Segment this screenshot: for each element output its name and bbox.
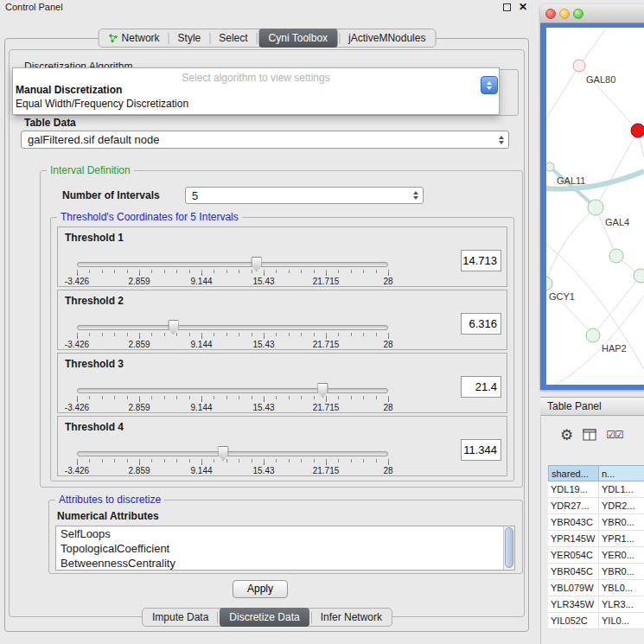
threshold-value-input[interactable] <box>461 376 501 398</box>
table-cell[interactable]: YDL19... <box>548 481 599 497</box>
table-cell[interactable]: YDL1... <box>599 481 644 497</box>
network-node[interactable] <box>546 163 554 171</box>
threshold-row: Threshold 2-3.4262.8599.14415.4321.71528 <box>57 290 507 350</box>
table-cell[interactable]: YDR2... <box>599 498 644 513</box>
algorithm-option-equal-width[interactable]: Equal Width/Frequency Discretization <box>13 97 499 111</box>
mac-zoom-icon[interactable] <box>573 9 583 19</box>
table-row[interactable]: YER054CYER0... <box>548 547 644 564</box>
table-cell[interactable]: YBR045C <box>548 564 599 579</box>
network-node[interactable] <box>546 277 552 290</box>
slider-track[interactable] <box>77 262 388 267</box>
node-table[interactable]: shared... n... YDL19...YDL1...YDR27...YD… <box>548 465 644 644</box>
table-cell[interactable]: YLR345W <box>548 596 599 612</box>
table-row[interactable]: YLR345WYLR3... <box>548 596 644 613</box>
threshold-slider[interactable]: -3.4262.8599.14415.4321.71528 <box>77 322 388 349</box>
algorithm-option-manual[interactable]: Manual Discretization <box>13 83 499 97</box>
threshold-value-input[interactable] <box>461 439 501 461</box>
table-cell[interactable]: YBR043C <box>548 514 599 530</box>
network-edge[interactable] <box>546 207 596 284</box>
stepper-down-icon <box>487 86 492 90</box>
tab-label: Infer Network <box>321 611 382 623</box>
network-canvas[interactable]: GAL80GAL11GAL4GCY1HAP2 <box>546 28 644 385</box>
apply-button[interactable]: Apply <box>233 580 288 598</box>
tab-jactivemnodules[interactable]: jActiveMNodules <box>341 29 432 47</box>
list-scrollbar[interactable] <box>503 526 514 570</box>
table-cell[interactable]: YER0... <box>599 547 644 563</box>
table-cell[interactable]: YPR1... <box>599 531 644 546</box>
number-of-intervals-value: 5 <box>192 189 198 202</box>
number-of-intervals-combobox[interactable]: 5 <box>185 187 424 204</box>
network-node[interactable] <box>634 269 644 283</box>
numerical-attributes-list[interactable]: SelfLoopsTopologicalCoefficientBetweenne… <box>55 526 515 571</box>
network-node[interactable] <box>631 124 644 137</box>
network-node[interactable] <box>609 249 623 263</box>
network-edge[interactable] <box>546 244 644 369</box>
algorithm-combobox-stepper[interactable] <box>481 76 498 94</box>
columns-icon[interactable] <box>583 429 596 441</box>
threshold-slider[interactable]: -3.4262.8599.14415.4321.71528 <box>77 258 388 286</box>
network-edge[interactable] <box>596 131 638 207</box>
table-row[interactable]: YBR045CYBR0... <box>548 564 644 580</box>
tick-label: 9.144 <box>190 466 212 475</box>
table-cell[interactable]: YIL0... <box>599 613 644 628</box>
tab-discretize-data[interactable]: Discretize Data <box>220 608 309 627</box>
threshold-slider[interactable]: -3.4262.8599.14415.4321.71528 <box>77 385 388 412</box>
threshold-slider[interactable]: -3.4262.8599.14415.4321.71528 <box>77 448 388 475</box>
table-data-combobox[interactable]: galFiltered.sif default node <box>21 131 509 149</box>
network-window-titlebar[interactable] <box>540 4 644 23</box>
tab-style[interactable]: Style <box>171 29 208 47</box>
tab-select[interactable]: Select <box>212 29 254 47</box>
table-cell[interactable]: YBR0... <box>599 564 644 579</box>
table-cell[interactable]: YPR145W <box>548 531 599 546</box>
threshold-value-input[interactable] <box>461 313 501 335</box>
slider-track[interactable] <box>77 388 388 393</box>
network-node[interactable] <box>586 328 600 342</box>
network-node[interactable] <box>573 60 585 72</box>
table-cell[interactable]: YBL079W <box>548 580 599 596</box>
attribute-item[interactable]: BetweennessCentrality <box>56 556 514 571</box>
tab-network[interactable]: Network <box>102 29 167 47</box>
table-cell[interactable]: YER054C <box>548 547 599 563</box>
table-cell[interactable]: YLR3... <box>599 596 644 612</box>
table-row[interactable]: YPR145WYPR1... <box>548 531 644 547</box>
table-row[interactable]: YBL079WYBL0... <box>548 580 644 596</box>
network-edge[interactable] <box>546 66 579 118</box>
scrollbar-thumb[interactable] <box>505 527 513 568</box>
table-cell[interactable]: YBL0... <box>599 580 644 596</box>
gear-icon[interactable]: ⚙ <box>560 428 573 443</box>
threshold-value-input[interactable] <box>461 250 501 271</box>
tick-label: 9.144 <box>190 340 212 349</box>
tab-cyni-toolbox[interactable]: Cyni Toolbox <box>259 29 337 48</box>
tick-label: 2.859 <box>128 340 150 349</box>
slider-tick-labels: -3.4262.8599.14415.4321.71528 <box>77 403 388 413</box>
tab-impute-data[interactable]: Impute Data <box>145 609 215 626</box>
attribute-item[interactable]: SelfLoops <box>56 526 514 541</box>
table-cell[interactable]: YIL052C <box>548 613 599 628</box>
tab-infer-network[interactable]: Infer Network <box>314 609 389 626</box>
table-row[interactable]: YIL052CYIL0... <box>548 613 644 629</box>
tick-label: 15.43 <box>252 466 274 475</box>
network-icon <box>109 34 118 43</box>
checkbox-icons[interactable]: ☑☑ <box>606 429 623 441</box>
table-row[interactable]: YDR27...YDR2... <box>548 498 644 514</box>
table-row[interactable]: YDL19...YDL1... <box>548 481 644 498</box>
slider-track[interactable] <box>77 451 388 456</box>
top-tabstrip: NetworkStyleSelectCyni ToolboxjActiveMNo… <box>99 29 437 48</box>
column-header-name[interactable]: n... <box>599 465 644 481</box>
mac-minimize-icon[interactable] <box>559 9 570 19</box>
table-cell[interactable]: YBR0... <box>599 514 644 530</box>
column-header-shared-name[interactable]: shared... <box>548 465 599 481</box>
tick-label: 21.715 <box>313 277 340 286</box>
tick-label: -3.426 <box>65 340 89 349</box>
network-edge[interactable] <box>593 276 641 335</box>
table-cell[interactable]: YDR27... <box>548 498 599 513</box>
table-row[interactable]: YBR043CYBR0... <box>548 514 644 531</box>
network-node[interactable] <box>588 200 603 215</box>
attribute-item[interactable]: TopologicalCoefficient <box>56 541 514 556</box>
mac-close-icon[interactable] <box>545 9 556 19</box>
slider-track[interactable] <box>77 325 388 330</box>
network-edge[interactable] <box>579 28 607 66</box>
float-window-icon[interactable] <box>503 3 511 11</box>
close-icon[interactable]: ✕ <box>519 1 527 13</box>
tab-label: Impute Data <box>152 611 208 623</box>
